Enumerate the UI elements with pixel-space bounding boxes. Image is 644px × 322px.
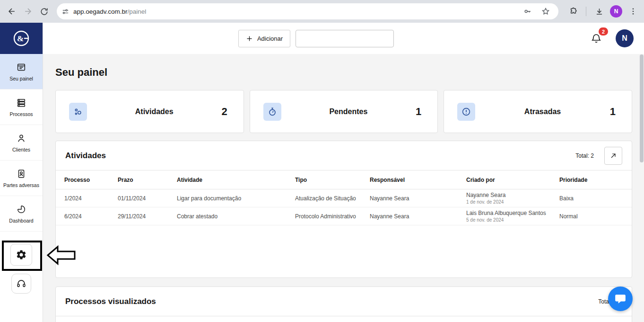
gear-icon bbox=[16, 249, 27, 260]
page-title: Seu painel bbox=[55, 66, 107, 79]
col-header: Prazo bbox=[118, 177, 177, 183]
person-icon bbox=[16, 133, 26, 143]
headset-icon bbox=[16, 278, 26, 289]
bookmark-star-button[interactable] bbox=[538, 3, 554, 19]
sidebar-item-processos[interactable]: Processos bbox=[0, 89, 43, 125]
cell-responsavel: Nayanne Seara bbox=[370, 213, 466, 220]
app-header: Adicionar 2 N bbox=[43, 23, 644, 54]
password-key-button[interactable] bbox=[520, 3, 536, 19]
cell-atividade: Cobrar atestado bbox=[177, 213, 295, 220]
processes-viewed-title: Processos visualizados bbox=[65, 297, 156, 306]
support-button[interactable] bbox=[11, 274, 31, 294]
forward-button[interactable] bbox=[20, 3, 36, 19]
expand-arrow-icon bbox=[609, 152, 617, 160]
activities-total: Total: 2 bbox=[575, 152, 594, 159]
main-content: Seu painel Atividades 2 Pendentes 1 bbox=[43, 54, 644, 322]
sidebar-item-label: Dashboard bbox=[9, 218, 33, 224]
page-scrollbar[interactable] bbox=[640, 54, 644, 162]
stat-label: Pendentes bbox=[281, 107, 416, 116]
created-by-name: Nayanne Seara bbox=[466, 192, 559, 198]
stat-label: Atividades bbox=[87, 107, 221, 116]
settings-button[interactable] bbox=[10, 244, 32, 266]
back-arrow-icon bbox=[7, 7, 17, 16]
stat-card-atividades[interactable]: Atividades 2 bbox=[55, 90, 244, 133]
oeg-logo-icon: & bbox=[12, 29, 31, 48]
url-path: /painel bbox=[128, 8, 147, 15]
stats-row: Atividades 2 Pendentes 1 Atrasadas 1 bbox=[55, 90, 632, 133]
url-text: app.oegadv.com.br/painel bbox=[73, 8, 520, 15]
created-by-date: 1 de nov. de 2024 bbox=[466, 199, 559, 205]
browser-toolbar: app.oegadv.com.br/painel N bbox=[0, 0, 644, 23]
reload-button[interactable] bbox=[36, 3, 52, 19]
col-header: Prioridade bbox=[559, 177, 623, 183]
search-input[interactable] bbox=[296, 30, 389, 47]
sidebar: & Seu painel Processos Clientes Partes a… bbox=[0, 23, 43, 322]
cell-prazo: 01/11/2024 bbox=[118, 195, 177, 202]
activities-table-header: Processo Prazo Atividade Tipo Responsáve… bbox=[56, 170, 632, 189]
cell-criado-por: Lais Bruna Albuquerque Santos 5 de nov. … bbox=[466, 210, 559, 223]
stat-value: 1 bbox=[416, 106, 421, 118]
activities-icon bbox=[69, 103, 87, 121]
cell-processo: 6/2024 bbox=[64, 213, 118, 220]
star-icon bbox=[541, 7, 550, 16]
col-header: Atividade bbox=[177, 177, 295, 183]
sidebar-item-label: Partes adversas bbox=[3, 182, 39, 188]
add-button[interactable]: Adicionar bbox=[238, 30, 290, 47]
cell-tipo: Atualização de Situação bbox=[295, 195, 370, 202]
created-by-name: Lais Bruna Albuquerque Santos bbox=[466, 210, 559, 216]
forward-arrow-icon bbox=[23, 7, 33, 16]
extensions-button[interactable] bbox=[565, 3, 581, 19]
activities-panel: Atividades Total: 2 Processo Prazo Ativi… bbox=[55, 141, 632, 278]
kebab-menu-icon bbox=[629, 7, 637, 16]
col-header: Criado por bbox=[466, 177, 559, 183]
col-header: Tipo bbox=[295, 177, 370, 183]
screen: app.oegadv.com.br/painel N bbox=[0, 0, 644, 322]
add-button-label: Adicionar bbox=[257, 35, 283, 42]
col-header: Processo bbox=[64, 177, 118, 183]
sidebar-item-label: Clientes bbox=[12, 147, 30, 152]
plus-icon bbox=[246, 35, 253, 42]
site-info-icon[interactable] bbox=[61, 8, 70, 16]
app-logo[interactable]: & bbox=[0, 23, 43, 54]
browser-profile-avatar[interactable]: N bbox=[610, 5, 622, 18]
downloads-button[interactable] bbox=[591, 3, 607, 19]
alert-icon bbox=[457, 103, 475, 121]
contact-card-icon bbox=[16, 169, 26, 179]
activities-title: Atividades bbox=[65, 151, 106, 161]
cell-criado-por: Nayanne Seara 1 de nov. de 2024 bbox=[466, 192, 559, 205]
sidebar-item-clientes[interactable]: Clientes bbox=[0, 125, 43, 161]
table-row[interactable]: 6/2024 29/11/2024 Cobrar atestado Protoc… bbox=[56, 207, 632, 225]
sidebar-item-seu-painel[interactable]: Seu painel bbox=[0, 54, 43, 89]
sidebar-item-label: Seu painel bbox=[9, 76, 33, 81]
svg-text:&: & bbox=[17, 34, 24, 43]
cell-responsavel: Nayanne Seara bbox=[370, 195, 466, 202]
cell-prazo: 29/11/2024 bbox=[118, 213, 177, 220]
table-row[interactable]: 1/2024 01/11/2024 Ligar para documentaçã… bbox=[56, 189, 632, 207]
url-host: app.oegadv.com.br bbox=[73, 8, 128, 15]
back-button[interactable] bbox=[4, 3, 20, 19]
chat-widget-button[interactable] bbox=[608, 286, 633, 311]
reload-icon bbox=[40, 7, 49, 16]
sidebar-item-partes-adversas[interactable]: Partes adversas bbox=[0, 161, 43, 196]
stat-card-atrasadas[interactable]: Atrasadas 1 bbox=[444, 90, 632, 133]
cell-tipo: Protocolo Administrativo bbox=[295, 213, 370, 220]
sidebar-item-label: Processos bbox=[9, 111, 33, 117]
user-avatar[interactable]: N bbox=[616, 29, 634, 47]
address-bar[interactable]: app.oegadv.com.br/painel bbox=[57, 3, 558, 19]
created-by-date: 5 de nov. de 2024 bbox=[466, 217, 559, 223]
stat-value: 1 bbox=[610, 106, 616, 118]
stat-card-pendentes[interactable]: Pendentes 1 bbox=[250, 90, 438, 133]
cell-atividade: Ligar para documentação bbox=[177, 195, 295, 202]
stack-icon bbox=[16, 98, 26, 108]
browser-menu-button[interactable] bbox=[625, 3, 641, 19]
activities-expand-button[interactable] bbox=[604, 147, 622, 165]
notifications-button[interactable]: 2 bbox=[588, 30, 605, 47]
search-box bbox=[296, 30, 394, 47]
sidebar-item-dashboard[interactable]: Dashboard bbox=[0, 196, 43, 232]
stat-label: Atrasadas bbox=[475, 107, 609, 116]
chat-bubble-icon bbox=[614, 293, 627, 305]
col-header: Responsável bbox=[370, 177, 466, 183]
stat-value: 2 bbox=[221, 106, 227, 118]
timer-icon bbox=[263, 103, 281, 121]
pie-chart-icon bbox=[16, 204, 26, 215]
